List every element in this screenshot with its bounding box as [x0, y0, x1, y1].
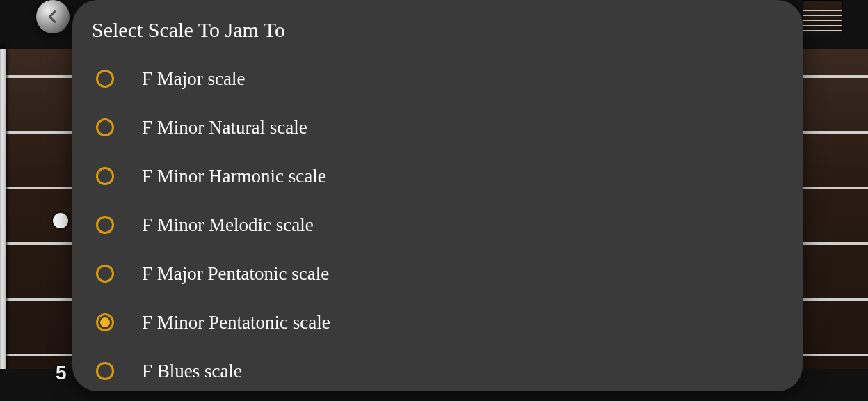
radio-icon [96, 313, 114, 331]
radio-icon [96, 70, 114, 88]
scale-option-label: F Major scale [142, 68, 245, 90]
scale-option[interactable]: F Minor Pentatonic scale [92, 298, 783, 347]
fret-number: 5 [56, 362, 67, 384]
scale-option[interactable]: F Minor Melodic scale [92, 200, 783, 249]
radio-icon [96, 362, 114, 380]
back-button[interactable] [36, 0, 70, 33]
scale-option[interactable]: F Blues scale [92, 347, 783, 395]
scale-option[interactable]: F Minor Harmonic scale [92, 152, 783, 200]
scale-option-list: F Major scaleF Minor Natural scaleF Mino… [92, 54, 783, 395]
scale-option-label: F Major Pentatonic scale [142, 263, 329, 285]
scale-option-label: F Minor Natural scale [142, 117, 307, 139]
scale-option[interactable]: F Minor Natural scale [92, 103, 783, 152]
radio-icon [96, 216, 114, 234]
radio-icon [96, 118, 114, 136]
fret-marker-dot [53, 213, 68, 228]
scale-option-label: F Minor Pentatonic scale [142, 312, 330, 333]
fretboard-thumbnail[interactable] [803, 0, 843, 33]
scale-option-label: F Minor Melodic scale [142, 214, 314, 236]
scale-option[interactable]: F Major Pentatonic scale [92, 249, 783, 298]
scale-option-label: F Minor Harmonic scale [142, 166, 326, 187]
dialog-title: Select Scale To Jam To [92, 18, 783, 42]
select-scale-dialog: Select Scale To Jam To F Major scaleF Mi… [72, 0, 803, 391]
scale-option[interactable]: F Major scale [92, 54, 783, 103]
radio-icon [96, 167, 114, 185]
radio-icon [96, 265, 114, 283]
chevron-left-icon [45, 9, 61, 24]
scale-option-label: F Blues scale [142, 361, 242, 382]
